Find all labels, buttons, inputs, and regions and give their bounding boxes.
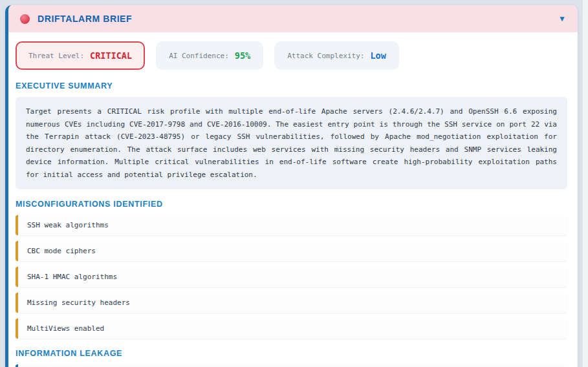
finding-item: MultiViews enabled (16, 319, 567, 339)
finding-item: Apache version disclosure (16, 364, 567, 367)
finding-item: SSH weak algorithms (16, 215, 567, 235)
finding-item: Missing security headers (16, 293, 567, 313)
misconfigurations-list: SSH weak algorithmsCBC mode ciphersSHA-1… (16, 215, 567, 339)
brief-header[interactable]: DRIFTALARM BRIEF ▼ (8, 5, 578, 32)
finding-text: Missing security headers (27, 299, 130, 307)
misconfigurations-heading: MISCONFIGURATIONS IDENTIFIED (16, 200, 567, 209)
ai-confidence-badge: AI Confidence: 95% (156, 41, 263, 70)
scrollbar-track[interactable] (582, 0, 588, 367)
threat-level-badge: Threat Level: CRITICAL (16, 41, 145, 70)
threat-level-value: CRITICAL (90, 50, 132, 61)
finding-item: SHA-1 HMAC algorithms (16, 267, 567, 287)
threat-level-label: Threat Level: (28, 52, 84, 60)
attack-complexity-label: Attack Complexity: (287, 52, 364, 60)
finding-text: SHA-1 HMAC algorithms (27, 273, 117, 281)
attack-complexity-badge: Attack Complexity: Low (274, 41, 399, 70)
information-leakage-list: Apache version disclosure (16, 364, 567, 367)
finding-text: MultiViews enabled (27, 324, 104, 333)
finding-text: CBC mode ciphers (27, 247, 96, 255)
ai-confidence-label: AI Confidence: (169, 52, 229, 60)
brief-title: DRIFTALARM BRIEF (38, 14, 132, 24)
finding-text: SSH weak algorithms (27, 221, 109, 229)
driftalarm-brief-card: DRIFTALARM BRIEF ▼ Threat Level: CRITICA… (5, 5, 578, 367)
chevron-down-icon[interactable]: ▼ (558, 15, 566, 23)
finding-item: CBC mode ciphers (16, 241, 567, 261)
alert-status-dot-icon (20, 14, 30, 24)
executive-summary-text: Target presents a CRITICAL risk profile … (16, 97, 567, 189)
stat-row: Threat Level: CRITICAL AI Confidence: 95… (16, 41, 567, 70)
attack-complexity-value: Low (370, 50, 386, 61)
brief-body: Threat Level: CRITICAL AI Confidence: 95… (8, 32, 578, 367)
ai-confidence-value: 95% (235, 50, 250, 61)
information-leakage-heading: INFORMATION LEAKAGE (16, 349, 567, 358)
executive-summary-heading: EXECUTIVE SUMMARY (16, 81, 567, 90)
